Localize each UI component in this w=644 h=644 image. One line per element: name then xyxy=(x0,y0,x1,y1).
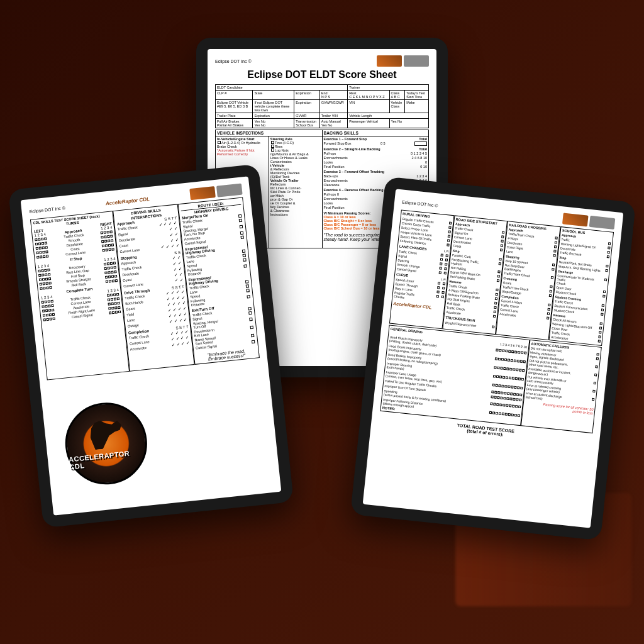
company-copyright: Eclipse DOT Inc © xyxy=(402,199,438,208)
field-expiration: Expiration xyxy=(294,91,320,100)
field-state: State xyxy=(253,91,294,100)
field-class: Class A B C xyxy=(389,91,405,100)
acceleraptor-header-logo: AcceleRaptor CDL xyxy=(106,196,150,206)
tablet-right: Eclipse DOT Inc © RURAL DRIVING Regular … xyxy=(350,177,636,541)
logo-icon xyxy=(562,213,589,226)
field-clp: CLP # xyxy=(216,91,253,100)
logo-icon xyxy=(189,186,216,200)
acceleraptor-logo-icon xyxy=(377,55,402,67)
notes-header: NOTES: xyxy=(382,406,396,411)
vehicle-inspections-header: VEHICLE INSPECTIONS xyxy=(216,130,323,136)
field-start-time: Today's Test Start Time xyxy=(405,91,429,100)
field-rest: Rest C E K L M N O P V X Z xyxy=(348,91,389,100)
logo-icon xyxy=(589,216,616,230)
quote-text: "Embrace the road. Embrace success!" xyxy=(196,348,257,363)
sheet-title: Eclipse DOT ELDT Score Sheet xyxy=(215,69,429,80)
field-trainer: Trainer xyxy=(348,85,429,91)
exercise-2-header: Exercise 2 – Straight-Line Backing xyxy=(324,147,380,151)
company-copyright: Eclipse DOT Inc © xyxy=(29,206,65,214)
exercise-1-header: Exercise 1 – Forward Stop xyxy=(324,137,367,141)
field-if-not: If not Eclipse DOT vehicle complete thes… xyxy=(253,100,294,113)
road-test-sheet: Eclipse DOT Inc © RURAL DRIVING Regular … xyxy=(363,189,624,528)
logo-icon xyxy=(216,184,243,197)
backing-skills-header: BACKING SKILLS xyxy=(322,130,429,136)
field-end: End: N P S xyxy=(319,91,347,100)
tablet-left: Eclipse DOT Inc © AcceleRaptor CDL CDL S… xyxy=(8,164,294,528)
company-copyright: Eclipse DOT Inc © xyxy=(215,59,252,64)
eclipse-dot-logo-icon xyxy=(404,55,429,67)
field-candidate: ELDT Candidate xyxy=(216,85,348,91)
acceleraptor-small-logo: AcceleRaptor CDL xyxy=(393,301,443,311)
skills-test-sheet: Eclipse DOT Inc © AcceleRaptor CDL CDL S… xyxy=(21,176,282,515)
acceleraptor-main-logo: ACCELERAPTOR CDL xyxy=(61,397,165,501)
field-vehicle-num: Eclipse DOT Vehicle #E9 5, E0 5, ED 3 B xyxy=(216,100,253,113)
candidate-info-table: ELDT CandidateTrainer CLP # State Expira… xyxy=(215,84,429,128)
